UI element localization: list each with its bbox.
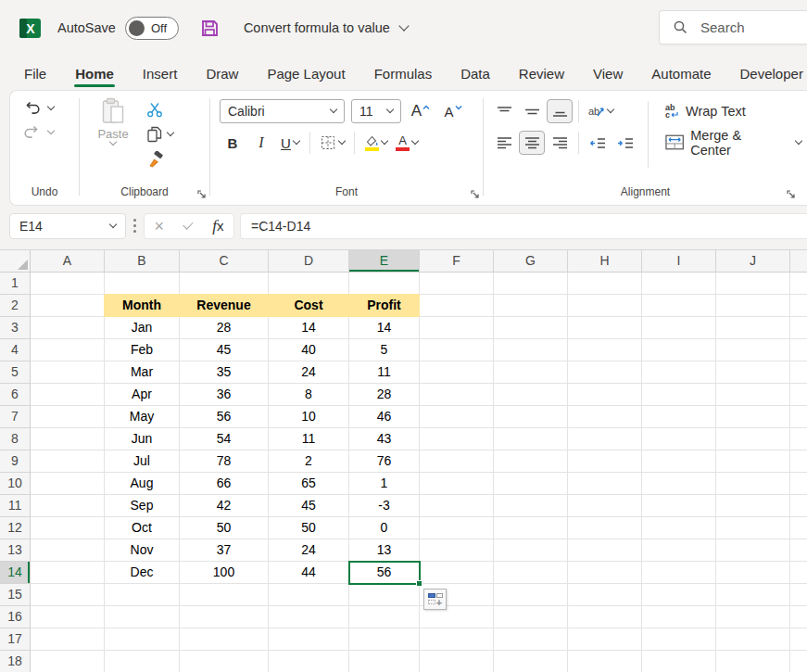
cell-A16[interactable] [31, 606, 105, 628]
fill-color-button[interactable] [361, 132, 390, 154]
row-header-7[interactable]: 7 [0, 406, 31, 428]
cell-G9[interactable] [494, 450, 568, 473]
cell-A14[interactable] [31, 562, 105, 584]
column-header-d[interactable]: D [269, 250, 349, 273]
cell-J11[interactable] [716, 495, 790, 517]
cell-H10[interactable] [568, 473, 642, 495]
cell-C17[interactable] [180, 628, 269, 651]
cell-I8[interactable] [642, 428, 716, 450]
cell-E7[interactable]: 46 [349, 406, 420, 428]
redo-button[interactable] [23, 124, 54, 140]
cell-A4[interactable] [31, 339, 105, 361]
align-bottom-button[interactable] [547, 99, 573, 123]
cell-C9[interactable]: 78 [180, 450, 269, 473]
cell-J14[interactable] [716, 562, 790, 584]
cell-B16[interactable] [105, 606, 180, 628]
row-header-14[interactable]: 14 [0, 562, 31, 584]
cell-B4[interactable]: Feb [105, 339, 180, 361]
cell-G6[interactable] [494, 384, 568, 406]
cell-K12[interactable] [790, 517, 807, 539]
cell-E13[interactable]: 13 [349, 539, 420, 562]
cell-G14[interactable] [494, 562, 568, 584]
cell-G12[interactable] [494, 517, 568, 539]
cell-J6[interactable] [716, 384, 790, 406]
formula-bar-grip[interactable] [133, 219, 136, 233]
cell-H18[interactable] [568, 651, 642, 672]
wrap-text-button[interactable]: abc Wrap Text [665, 99, 801, 122]
cell-D4[interactable]: 40 [269, 339, 349, 361]
cell-C16[interactable] [180, 606, 269, 628]
cell-J12[interactable] [716, 517, 790, 539]
row-header-6[interactable]: 6 [0, 384, 31, 406]
cell-B2[interactable]: Month [105, 295, 180, 317]
cell-A11[interactable] [31, 495, 105, 517]
autosave-toggle[interactable]: Off [125, 17, 179, 40]
column-header-g[interactable]: G [494, 250, 568, 273]
cell-K2[interactable] [790, 295, 807, 317]
fill-handle[interactable] [416, 580, 422, 587]
clipboard-dialog-launcher-icon[interactable] [196, 189, 207, 199]
cell-D16[interactable] [269, 606, 349, 628]
column-header-h[interactable]: H [568, 250, 642, 273]
autofill-options-button[interactable]: + [423, 589, 447, 610]
cell-E18[interactable] [349, 651, 420, 672]
cell-A10[interactable] [31, 473, 105, 495]
cell-F14[interactable] [420, 562, 494, 584]
cell-G15[interactable] [494, 584, 568, 606]
cell-G2[interactable] [494, 295, 568, 317]
cell-K15[interactable] [790, 584, 807, 606]
cell-E3[interactable]: 14 [349, 317, 420, 339]
formula-input[interactable]: =C14-D14 [240, 213, 807, 239]
cell-F13[interactable] [420, 539, 494, 562]
cell-A18[interactable] [31, 651, 105, 672]
cell-J7[interactable] [716, 406, 790, 428]
column-header-f[interactable]: F [420, 250, 494, 273]
column-header-e[interactable]: E [349, 250, 420, 273]
cell-E11[interactable]: -3 [349, 495, 420, 517]
cell-H3[interactable] [568, 317, 642, 339]
cell-J9[interactable] [716, 450, 790, 473]
cell-J18[interactable] [716, 651, 790, 672]
row-header-5[interactable]: 5 [0, 361, 31, 384]
cell-J5[interactable] [716, 361, 790, 384]
cell-A6[interactable] [31, 384, 105, 406]
cell-I14[interactable] [642, 562, 716, 584]
row-header-4[interactable]: 4 [0, 339, 31, 361]
cell-E12[interactable]: 0 [349, 517, 420, 539]
cell-I4[interactable] [642, 339, 716, 361]
cell-G3[interactable] [494, 317, 568, 339]
row-header-1[interactable]: 1 [0, 273, 31, 295]
row-header-9[interactable]: 9 [0, 450, 31, 473]
cell-H13[interactable] [568, 539, 642, 562]
cell-I11[interactable] [642, 495, 716, 517]
cell-B5[interactable]: Mar [105, 361, 180, 384]
font-color-button[interactable]: A [393, 132, 421, 154]
cell-K9[interactable] [790, 450, 807, 473]
insert-function-button[interactable]: fx [212, 217, 223, 235]
cell-B10[interactable]: Aug [105, 473, 180, 495]
cell-D18[interactable] [269, 651, 349, 672]
cell-E14[interactable]: 56 [349, 562, 420, 584]
column-header-i[interactable]: I [642, 250, 716, 273]
cell-F17[interactable] [420, 628, 494, 651]
cell-F2[interactable] [420, 295, 494, 317]
tab-developer[interactable]: Developer [738, 60, 805, 90]
row-header-16[interactable]: 16 [0, 606, 31, 628]
cell-J17[interactable] [716, 628, 790, 651]
select-all-corner[interactable] [0, 250, 31, 273]
cell-B7[interactable]: May [105, 406, 180, 428]
cell-G7[interactable] [494, 406, 568, 428]
cell-A2[interactable] [31, 295, 105, 317]
cell-F4[interactable] [420, 339, 494, 361]
cell-H5[interactable] [568, 361, 642, 384]
cell-F1[interactable] [420, 273, 494, 295]
cut-button[interactable] [146, 99, 173, 120]
search-input[interactable]: Search [659, 10, 807, 44]
cell-F7[interactable] [420, 406, 494, 428]
cell-A8[interactable] [31, 428, 105, 450]
cell-D2[interactable]: Cost [269, 295, 349, 317]
cell-C10[interactable]: 66 [180, 473, 269, 495]
cell-E16[interactable] [349, 606, 420, 628]
cell-F12[interactable] [420, 517, 494, 539]
cell-K14[interactable] [790, 562, 807, 584]
